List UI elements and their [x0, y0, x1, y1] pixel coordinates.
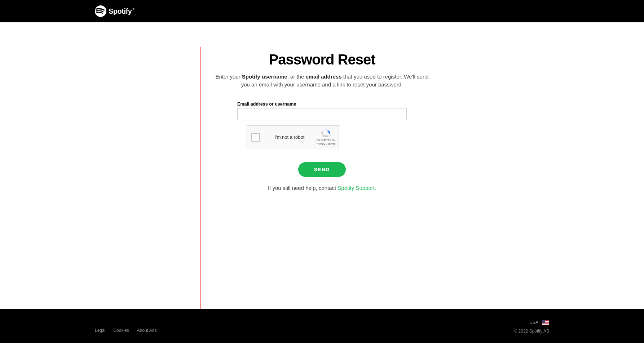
footer: Legal Cookies About Ads USA © 2022 Spoti…	[0, 309, 644, 343]
instructions-text: Enter your Spotify username, or the emai…	[211, 73, 433, 89]
spotify-wordmark: Spotify	[109, 7, 132, 15]
recaptcha-privacy-link[interactable]: Privacy	[316, 142, 325, 146]
header: Spotify	[0, 0, 644, 22]
recaptcha-checkbox[interactable]	[251, 133, 260, 142]
recaptcha-widget: I'm not a robot reCAPTCHA Privacy • Term…	[247, 125, 339, 149]
footer-right: USA © 2022 Spotify AB	[514, 320, 549, 334]
help-text: If you still need help, contact Spotify …	[211, 185, 433, 191]
footer-links: Legal Cookies About Ads	[95, 320, 156, 334]
send-button[interactable]: SEND	[298, 162, 346, 177]
email-username-input[interactable]	[237, 108, 407, 120]
page-title: Password Reset	[211, 52, 433, 68]
country-selector[interactable]: USA	[529, 320, 549, 325]
copyright-text: © 2022 Spotify AB	[514, 329, 549, 334]
password-reset-card: Password Reset Enter your Spotify userna…	[200, 47, 444, 309]
email-username-group: Email address or username	[237, 102, 407, 120]
recaptcha-branding: reCAPTCHA Privacy • Terms	[316, 129, 335, 146]
usa-flag-icon	[542, 320, 549, 325]
email-username-label: Email address or username	[237, 102, 407, 107]
main: Password Reset Enter your Spotify userna…	[0, 22, 644, 309]
recaptcha-icon	[320, 129, 331, 138]
recaptcha-terms-link[interactable]: Terms	[328, 142, 336, 146]
footer-link-cookies[interactable]: Cookies	[113, 328, 129, 333]
spotify-logo-link[interactable]: Spotify	[95, 5, 132, 17]
footer-link-legal[interactable]: Legal	[95, 328, 105, 333]
spotify-icon	[95, 5, 106, 17]
recaptcha-label: I'm not a robot	[264, 134, 316, 140]
spotify-support-link[interactable]: Spotify Support.	[338, 185, 376, 191]
footer-link-about-ads[interactable]: About Ads	[137, 328, 157, 333]
